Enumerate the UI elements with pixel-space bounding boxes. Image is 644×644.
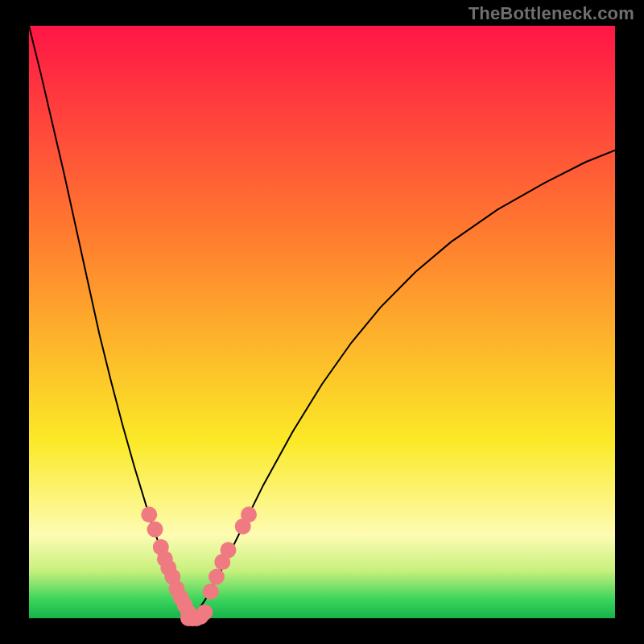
point-points-right [241,506,257,522]
point-points-right [203,584,219,600]
watermark: TheBottleneck.com [469,3,634,24]
point-points-left [147,522,163,538]
point-points-right [208,568,225,584]
chart-root: TheBottleneck.com [0,0,644,644]
point-points-bottom [196,605,213,621]
point-points-left [141,506,157,522]
point-points-right [221,542,237,558]
chart-svg [0,0,644,644]
plot-background [29,26,615,618]
